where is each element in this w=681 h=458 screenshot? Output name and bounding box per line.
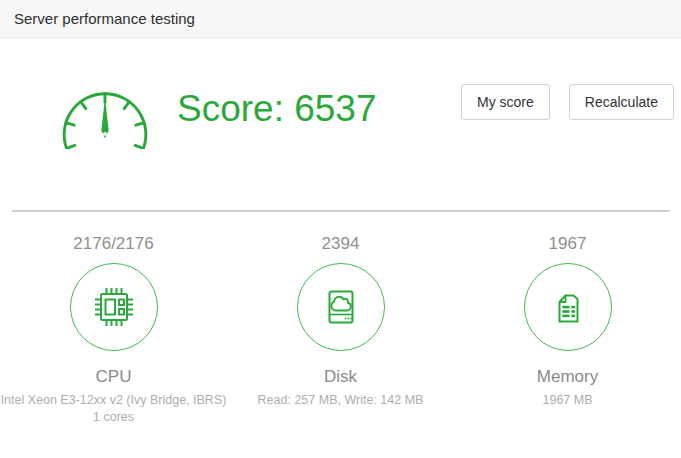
score-actions: My score Recalculate bbox=[461, 84, 674, 120]
metric-card-cpu: 2176/2176 bbox=[0, 233, 227, 426]
page-header: Server performance testing bbox=[0, 0, 681, 38]
recalculate-button[interactable]: Recalculate bbox=[569, 84, 674, 120]
memory-label: Memory bbox=[454, 367, 681, 387]
section-divider bbox=[12, 210, 670, 212]
disk-detail: Read: 257 MB, Write: 142 MB bbox=[227, 392, 454, 409]
metrics-row: 2176/2176 bbox=[0, 233, 681, 426]
disk-score: 2394 bbox=[227, 233, 454, 255]
memory-detail: 1967 MB bbox=[454, 392, 681, 409]
memory-score: 1967 bbox=[454, 233, 681, 255]
disk-label: Disk bbox=[227, 367, 454, 387]
score-text: Score: 6537 bbox=[177, 87, 377, 131]
cpu-chip-icon bbox=[92, 285, 136, 329]
my-score-button[interactable]: My score bbox=[461, 84, 550, 120]
cpu-circle bbox=[70, 263, 158, 351]
memory-pages-icon bbox=[546, 285, 590, 329]
disk-cloud-icon bbox=[319, 285, 363, 329]
memory-circle bbox=[524, 263, 612, 351]
cpu-detail: Intel Xeon E3-12xx v2 (Ivy Bridge, IBRS)… bbox=[0, 392, 227, 426]
gauge-icon bbox=[55, 78, 155, 149]
cpu-score: 2176/2176 bbox=[0, 233, 227, 255]
page-title: Server performance testing bbox=[0, 10, 195, 27]
server-performance-page: Server performance testing Score: 6537 M… bbox=[0, 0, 681, 458]
metric-card-disk: 2394 Disk Read: 257 MB, Writ bbox=[227, 233, 454, 426]
disk-circle bbox=[297, 263, 385, 351]
metric-card-memory: 1967 Memory 1967 MB bbox=[454, 233, 681, 426]
cpu-label: CPU bbox=[0, 367, 227, 387]
